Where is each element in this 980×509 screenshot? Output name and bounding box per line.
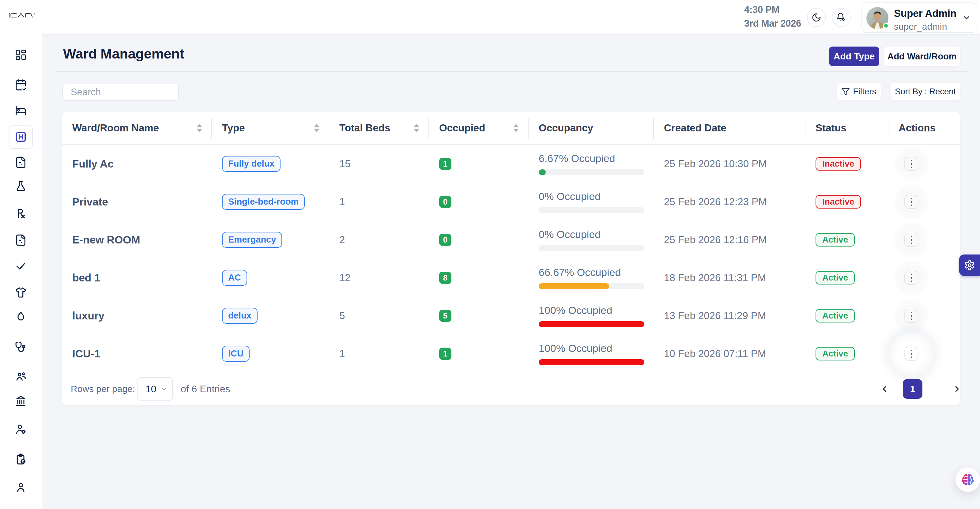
cell-ward-name: ICU-1 xyxy=(62,348,212,360)
cell-occupied: 1 xyxy=(429,348,528,360)
sidebar-item-flask[interactable] xyxy=(9,175,33,199)
sidebar-item-bed[interactable] xyxy=(9,98,33,122)
cell-occupancy: 6.67% Occupied xyxy=(528,153,654,175)
cell-created-date: 25 Feb 2026 12:16 PM xyxy=(654,234,805,246)
status-badge: Inactive xyxy=(816,195,861,208)
occupancy-progressbar xyxy=(539,169,644,175)
column-header-total-beds[interactable]: Total Beds xyxy=(329,112,429,144)
occupancy-label: 0% Occupied xyxy=(539,229,601,240)
cell-actions xyxy=(888,157,960,171)
table-row[interactable]: E-new ROOM Emergancy 2 0 0% Occupied 25 … xyxy=(62,221,960,259)
cell-actions xyxy=(888,309,960,323)
sort-icon xyxy=(414,124,419,132)
row-actions-button[interactable] xyxy=(904,157,918,171)
occupied-count-badge: 8 xyxy=(439,272,452,284)
column-header-actions: Actions xyxy=(888,112,960,144)
sort-by-button[interactable]: Sort By : Recent xyxy=(891,83,960,100)
ward-table-card: Ward/Room NameTypeTotal BedsOccupiedOccu… xyxy=(62,112,960,405)
sidebar-item-landmark[interactable] xyxy=(9,389,33,413)
add-type-button[interactable]: Add Type xyxy=(829,46,879,66)
cell-ward-name: E-new ROOM xyxy=(62,234,212,246)
occupancy-progressbar xyxy=(539,283,644,289)
cell-created-date: 25 Feb 2026 12:23 PM xyxy=(654,196,805,208)
settings-fab[interactable] xyxy=(959,254,980,276)
dark-mode-button[interactable] xyxy=(807,8,826,27)
user-menu[interactable]: Super Admin super_admin xyxy=(861,2,977,33)
occupied-count-badge: 1 xyxy=(439,158,452,170)
row-actions-button[interactable] xyxy=(904,347,918,361)
sidebar-item-prescription[interactable] xyxy=(9,202,33,226)
table-row[interactable]: Private Single-bed-room 1 0 0% Occupied … xyxy=(62,183,960,221)
title-divider xyxy=(55,72,968,72)
users-icon xyxy=(15,370,27,383)
add-ward-room-button[interactable]: Add Ward/Room xyxy=(884,46,960,66)
sidebar-item-stethoscope[interactable] xyxy=(9,335,33,359)
rows-per-page-label: Rows per page: xyxy=(71,384,135,394)
cell-ward-name: Private xyxy=(62,196,212,208)
user-icon xyxy=(15,481,27,493)
page-number-button[interactable]: 1 xyxy=(903,379,923,399)
row-actions-button[interactable] xyxy=(904,195,918,209)
sidebar-item-shirt[interactable] xyxy=(9,280,33,304)
sidebar-item-file-text[interactable] xyxy=(9,150,33,174)
dashboard-icon xyxy=(15,49,27,61)
sidebar-item-file-text[interactable] xyxy=(9,228,33,252)
occupancy-label: 66.67% Occupied xyxy=(539,266,621,278)
cell-type: ICU xyxy=(212,346,329,361)
column-header-occupied[interactable]: Occupied xyxy=(429,112,528,144)
cell-occupancy: 66.67% Occupied xyxy=(528,266,654,289)
filters-button[interactable]: Filters xyxy=(837,83,881,100)
check-icon xyxy=(15,260,27,272)
sidebar-item-clipboard-clock[interactable] xyxy=(9,447,33,471)
main-content: Ward Management Add Type Add Ward/Room F… xyxy=(42,35,980,509)
brain-icon xyxy=(961,473,975,486)
sidebar-item-user[interactable] xyxy=(9,475,33,499)
sidebar-item-check[interactable] xyxy=(9,254,33,278)
column-header-ward-room-name[interactable]: Ward/Room Name xyxy=(62,112,212,144)
table-row[interactable]: ICU-1 ICU 1 1 100% Occupied 10 Feb 2026 … xyxy=(62,335,960,373)
sidebar-item-droplet[interactable] xyxy=(9,305,33,329)
type-pill: Single-bed-room xyxy=(222,194,305,210)
status-badge: Active xyxy=(816,309,855,323)
rows-per-page-select[interactable]: 10 xyxy=(137,377,173,401)
cell-status: Inactive xyxy=(805,157,888,170)
sort-icon xyxy=(197,124,202,132)
cell-occupied: 1 xyxy=(429,158,528,170)
sidebar-item-hospital-active[interactable] xyxy=(9,125,33,149)
cell-total-beds: 2 xyxy=(329,234,429,246)
column-header-type[interactable]: Type xyxy=(212,112,329,144)
status-badge: Active xyxy=(816,347,855,361)
ai-assistant-fab[interactable] xyxy=(956,468,980,492)
cell-created-date: 18 Feb 2026 11:31 PM xyxy=(654,272,805,283)
cell-created-date: 13 Feb 2026 11:29 PM xyxy=(654,310,805,321)
clipboard-clock-icon xyxy=(15,453,27,465)
notifications-button[interactable] xyxy=(832,8,851,27)
status-badge: Inactive xyxy=(816,157,861,170)
row-actions-button[interactable] xyxy=(904,233,918,247)
sidebar-item-dashboard[interactable] xyxy=(9,43,33,67)
rows-per-page-value: 10 xyxy=(145,383,156,395)
column-header-status: Status xyxy=(805,112,888,144)
previous-page-button[interactable] xyxy=(877,382,891,396)
occupancy-label: 6.67% Occupied xyxy=(539,153,615,164)
row-actions-button[interactable] xyxy=(904,309,918,323)
user-name: Super Admin xyxy=(894,8,956,19)
brand-logo: R xyxy=(9,12,37,18)
table-row[interactable]: bed 1 AC 12 8 66.67% Occupied 18 Feb 202… xyxy=(62,259,960,297)
column-header-created-date: Created Date xyxy=(654,112,805,144)
sidebar-item-user-cog[interactable] xyxy=(9,417,33,441)
row-actions-button[interactable] xyxy=(904,271,918,285)
occupied-count-badge: 1 xyxy=(439,348,452,360)
occupancy-progressbar xyxy=(539,245,644,251)
next-page-button[interactable] xyxy=(950,382,964,396)
filters-label: Filters xyxy=(853,87,876,97)
table-row[interactable]: luxury delux 5 5 100% Occupied 13 Feb 20… xyxy=(62,297,960,335)
sidebar-item-calendar-check[interactable] xyxy=(9,73,33,97)
cell-created-date: 25 Feb 2026 10:30 PM xyxy=(654,158,805,170)
cell-occupancy: 0% Occupied xyxy=(528,229,654,251)
search-input[interactable] xyxy=(63,84,178,100)
table-row[interactable]: Fully Ac Fully delux 15 1 6.67% Occupied… xyxy=(62,145,960,183)
cell-occupancy: 0% Occupied xyxy=(528,191,654,213)
cell-status: Active xyxy=(805,347,888,361)
sidebar-item-users[interactable] xyxy=(9,364,33,388)
